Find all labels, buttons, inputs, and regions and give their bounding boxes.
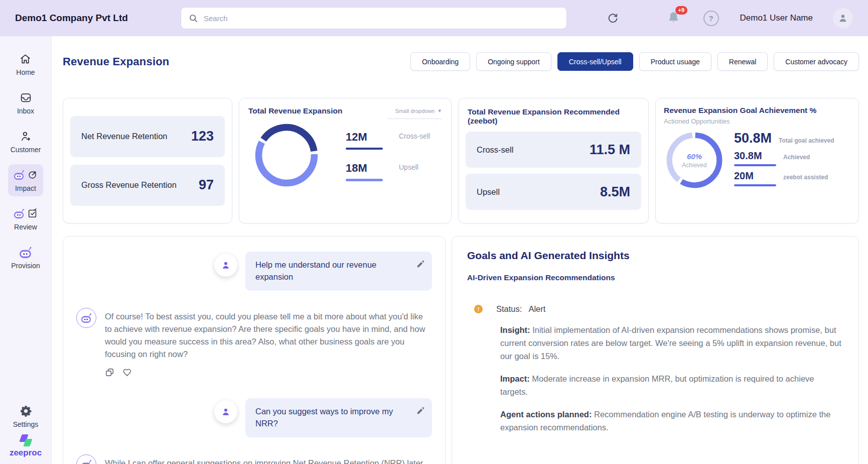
net-revenue-retention-row: Net Revenue Retention 123: [70, 116, 225, 157]
alert-icon: !: [474, 305, 483, 313]
goal-stats: 50.8M Total goal achieved 30.8M Achieved…: [734, 130, 850, 191]
inbox-icon: [20, 91, 32, 104]
person-icon: [837, 13, 848, 24]
robot-icon: [13, 169, 25, 180]
search-input[interactable]: [204, 14, 559, 23]
tab-ongoing-support[interactable]: Ongoing support: [476, 52, 551, 71]
legend-upsell: 18M Upsell: [346, 162, 430, 181]
goal-achievement-card: Revenue Expansion Goal Achievement % Act…: [655, 98, 859, 223]
person-icon: [221, 260, 231, 270]
sidebar-item-label: Settings: [13, 420, 39, 428]
sidebar-item-label: Home: [16, 68, 35, 76]
insights-subtitle: AI-Driven Expansion Recommendations: [467, 273, 843, 282]
customer-icon: [20, 130, 32, 143]
status-label: Status:: [496, 304, 522, 314]
bot-message: Of course! To best assist you, could you…: [76, 308, 432, 361]
check-square-icon: [27, 208, 38, 219]
notification-badge: +9: [675, 6, 687, 15]
agent-actions-paragraph: Agent actions planned: Recommendation en…: [500, 408, 843, 434]
user-name[interactable]: Demo1 User Name: [740, 13, 813, 23]
page-title: Revenue Expansion: [63, 55, 169, 68]
target-pen-icon: [27, 169, 38, 180]
copy-icon[interactable]: [105, 368, 114, 377]
zeebot-avatar: [76, 308, 96, 328]
message-actions: [105, 368, 432, 377]
legend-cross-sell: 12M Cross-sell: [346, 131, 430, 150]
sidebar-item-impact[interactable]: Impact: [8, 164, 43, 196]
achieved-stat: 30.8M Achieved: [734, 150, 850, 166]
sidebar-item-inbox[interactable]: Inbox: [12, 87, 39, 119]
robot-icon: [13, 208, 25, 219]
tab-customer-advocacy[interactable]: Customer advocacy: [774, 52, 859, 71]
metric-label: Net Revenue Retention: [81, 132, 168, 141]
provision-robot-icon: [18, 246, 33, 259]
robot-icon: [80, 459, 92, 464]
sidebar-item-label: Impact: [15, 184, 36, 192]
insight-paragraph: Insight: Initial implementation of AI-dr…: [500, 323, 843, 363]
card-title: Revenue Expansion Goal Achievement %: [664, 106, 850, 115]
goal-percent-label: Achieved: [682, 162, 706, 169]
company-name: Demo1 Company Pvt Ltd: [15, 13, 181, 24]
sidebar-item-settings[interactable]: Settings: [8, 400, 44, 432]
tab-renewal[interactable]: Renewal: [717, 52, 768, 71]
sidebar-item-provision[interactable]: Provision: [6, 242, 45, 274]
metric-value: 97: [199, 177, 214, 193]
legend-color-bar: [346, 179, 383, 181]
sidebar-item-label: Review: [14, 223, 37, 231]
tab-product-usuage[interactable]: Product usuage: [639, 52, 711, 71]
card-subtitle: Actioned Opportunities: [664, 118, 850, 125]
user-message: Help me understand our revenue expansion: [76, 252, 432, 291]
edit-message-icon[interactable]: [416, 260, 425, 269]
heart-icon[interactable]: [122, 368, 132, 377]
refresh-icon: [607, 12, 619, 25]
upsell-row: Upsell 8.5M: [466, 174, 641, 210]
user-avatar[interactable]: [833, 8, 853, 28]
bot-message: While I can offer general suggestions on…: [76, 454, 432, 464]
expansion-donut-chart: [252, 121, 321, 189]
person-icon: [221, 407, 231, 417]
card-title: Total Revenue Expansion: [248, 106, 342, 115]
status-row: ! Status: Alert: [474, 304, 843, 314]
sidebar-item-review[interactable]: Review: [8, 203, 43, 235]
robot-icon: [80, 312, 92, 323]
legend-color-bar: [346, 148, 383, 150]
sidebar-item-customer[interactable]: Customer: [6, 126, 46, 158]
topbar-actions: +9 ? Demo1 User Name: [607, 8, 853, 28]
help-button[interactable]: ?: [703, 11, 719, 26]
sidebar-item-label: Provision: [11, 262, 40, 270]
sidebar-item-label: Inbox: [17, 107, 34, 115]
tab-cross-sell-upsell[interactable]: Cross-sell/Upsell: [557, 52, 633, 71]
goal-donut-chart: 60% Achieved: [664, 130, 725, 191]
stat-underline: [734, 184, 776, 186]
metric-label: Gross Revenue Retention: [81, 180, 177, 190]
gear-icon: [20, 404, 32, 417]
search-bar[interactable]: [181, 7, 567, 29]
sidebar: Home Inbox Customer Impact: [0, 36, 52, 464]
topbar: Demo1 Company Pvt Ltd +9 ? Demo1 User Na…: [0, 0, 868, 36]
edit-message-icon[interactable]: [416, 406, 425, 415]
retention-card: Net Revenue Retention 123 Gross Revenue …: [63, 98, 232, 223]
goal-percent: 60%: [687, 152, 702, 161]
recommended-expansion-card: Total Revenue Expansion Recommended (zee…: [458, 98, 649, 223]
user-message: Can you suggest ways to improve my NRR?: [76, 398, 432, 437]
zeeproc-logo-icon: [17, 434, 35, 448]
search-icon: [188, 13, 199, 24]
refresh-button[interactable]: [607, 12, 619, 25]
tab-onboarding[interactable]: Onboarding: [410, 52, 470, 71]
expansion-legend: 12M Cross-sell 18M Upsell: [346, 131, 430, 181]
insights-title: Goals and AI Generated Insights: [467, 250, 843, 262]
zeebot-chat-panel: Help me understand our revenue expansion…: [63, 236, 446, 464]
zeeproc-logo-text: zeeproc: [10, 448, 42, 458]
chevron-down-icon: ▾: [438, 107, 441, 114]
total-goal-stat: 50.8M Total goal achieved: [734, 131, 850, 146]
small-dropdown[interactable]: Small dropdown ▾: [387, 106, 442, 119]
zeebot-assisted-stat: 20M zeebot assisted: [734, 170, 850, 186]
impact-paragraph: Impact: Moderate increase in expansion M…: [500, 372, 843, 398]
insights-panel: Goals and AI Generated Insights AI-Drive…: [452, 236, 859, 464]
notifications-button[interactable]: +9: [667, 11, 680, 26]
zeeproc-logo: zeeproc: [10, 434, 42, 458]
user-chat-avatar: [214, 400, 237, 423]
sidebar-item-home[interactable]: Home: [11, 48, 40, 80]
stat-underline: [734, 164, 776, 166]
sidebar-item-label: Customer: [11, 146, 41, 154]
